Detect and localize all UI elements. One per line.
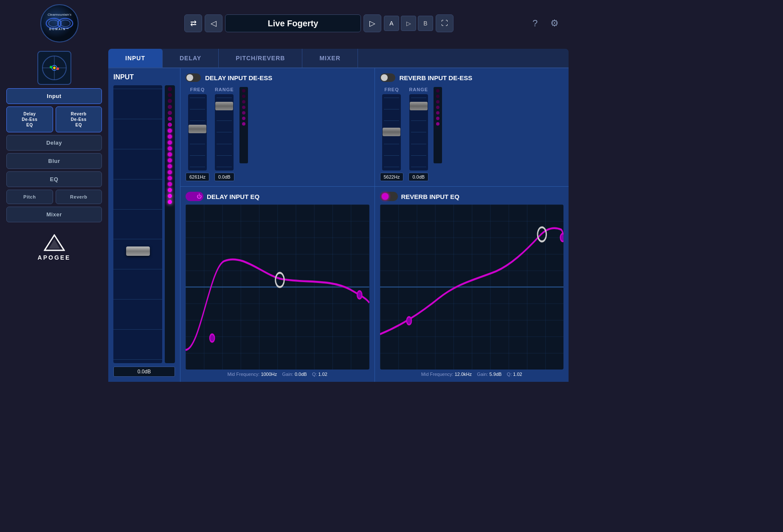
tab-input[interactable]: INPUT <box>108 49 163 67</box>
delay-deess-title: DELAY INPUT DE-ESS <box>205 74 272 81</box>
input-meter <box>165 85 175 363</box>
reverb-deess-range-thumb[interactable] <box>410 102 428 110</box>
preset-name: Live Fogerty <box>225 14 361 32</box>
meter-dot-14 <box>168 164 172 168</box>
fullscreen-button[interactable]: ⛶ <box>436 14 453 32</box>
svg-point-24 <box>406 317 411 325</box>
meter-dot-16 <box>168 176 172 180</box>
meter-dot-8 <box>168 129 172 133</box>
svg-point-13 <box>53 67 56 69</box>
reverb-deess-freq-label: FREQ <box>384 87 399 92</box>
next-button[interactable]: ▷ <box>363 14 381 32</box>
meter-dot-20 <box>168 200 172 204</box>
sidebar-item-blur[interactable]: Blur <box>6 153 102 169</box>
sidebar-item-pitch[interactable]: Pitch <box>6 190 53 204</box>
svg-point-26 <box>560 234 563 242</box>
pitch-reverb-row: Pitch Reverb <box>6 190 102 204</box>
reverb-deess-toggle[interactable] <box>380 73 395 82</box>
delay-eq-mid-freq-label: Mid Frequency: <box>228 372 260 377</box>
delay-eq-svg <box>186 204 369 370</box>
crosshair-widget[interactable] <box>37 51 71 85</box>
input-fader-track[interactable] <box>113 85 162 363</box>
svg-text:DOMAIN™: DOMAIN™ <box>49 28 70 31</box>
sidebar-item-mixer[interactable]: Mixer <box>6 207 102 222</box>
delay-eq-gain-value: 0.0dB <box>295 372 307 377</box>
meter-dot-5 <box>168 111 172 115</box>
tab-pitch-reverb[interactable]: PITCH/REVERB <box>219 49 302 67</box>
meter-dot-3 <box>168 99 172 103</box>
reverb-deess-range-value: 0.0dB <box>408 173 428 181</box>
delay-deess-freq-thumb[interactable] <box>189 125 206 133</box>
delay-eq-q-label: Q: <box>312 372 317 377</box>
delay-column: DELAY INPUT DE-ESS FREQ <box>180 68 375 382</box>
b-button[interactable]: B <box>418 16 433 31</box>
delay-eq-toggle[interactable]: ⏻ <box>186 192 203 201</box>
reverb-column: REVERB INPUT DE-ESS FREQ <box>375 68 569 382</box>
sidebar-item-eq[interactable]: EQ <box>6 171 102 187</box>
reverb-deess-range-fader[interactable] <box>409 94 428 171</box>
meter-dot-15 <box>168 170 172 174</box>
apogee-brand: APOGEE <box>38 254 71 261</box>
delay-eq-info: Mid Frequency: 1000Hz Gain: 0.0dB Q: 1.0… <box>186 370 369 377</box>
delay-eq-gain-label: Gain: <box>282 372 293 377</box>
reverb-eq-svg <box>380 204 564 370</box>
help-button[interactable]: ? <box>527 16 543 31</box>
reverb-deess-controls: FREQ <box>380 87 564 181</box>
sidebar-item-delay[interactable]: Delay <box>6 135 102 151</box>
delay-deess-range-label: RANGE <box>215 87 234 92</box>
prev-button[interactable]: ◁ <box>205 14 223 32</box>
reverb-deess-freq-thumb[interactable] <box>383 128 400 136</box>
tab-delay[interactable]: DELAY <box>163 49 219 67</box>
delay-deess-freq-group: FREQ <box>186 87 209 181</box>
meter-dot-11 <box>168 146 172 151</box>
tab-mixer[interactable]: MIXER <box>302 49 358 67</box>
sidebar-item-reverb-deess-eq[interactable]: ReverbDe-EssEQ <box>56 106 102 132</box>
delay-deess-freq-fader[interactable] <box>188 94 207 171</box>
plugin-area: INPUT DELAY PITCH/REVERB MIXER INPUT <box>108 49 569 382</box>
reverb-deess-range-group: RANGE <box>408 87 428 181</box>
top-bar: Clearmountain's DOMAIN™ ⇄ ◁ Live Fogerty… <box>0 0 571 47</box>
meter-dot-17 <box>168 182 172 186</box>
reverb-eq-toggle[interactable] <box>380 192 398 201</box>
delay-eq-graph[interactable] <box>186 204 369 370</box>
shuffle-button[interactable]: ⇄ <box>184 14 202 32</box>
sidebar-item-input[interactable]: Input <box>6 88 102 104</box>
delay-deess-freq-value: 6261Hz <box>186 173 209 181</box>
delay-deess-toggle[interactable] <box>186 73 201 82</box>
sidebar-item-reverb[interactable]: Reverb <box>56 190 102 204</box>
nav-buttons: Input DelayDe-EssEQ ReverbDe-EssEQ Delay… <box>6 88 102 222</box>
input-title: INPUT <box>113 73 134 81</box>
input-fader-thumb[interactable] <box>126 246 150 256</box>
svg-point-14 <box>56 67 59 70</box>
delay-deess-freq-label: FREQ <box>190 87 205 92</box>
a-button[interactable]: A <box>384 16 399 31</box>
meter-dot-4 <box>168 105 172 109</box>
reverb-eq-graph[interactable] <box>380 204 564 370</box>
reverb-eq-mid-freq-value: 12.0kHz <box>455 372 472 377</box>
delay-deess-range-thumb[interactable] <box>215 102 233 110</box>
sidebar-item-delay-deess-eq[interactable]: DelayDe-EssEQ <box>6 106 53 132</box>
reverb-deess-range-label: RANGE <box>409 87 428 92</box>
delay-eq-q-value: 1.02 <box>318 372 327 377</box>
meter-dot-1 <box>168 87 172 91</box>
reverb-eq-q-value: 1.02 <box>513 372 522 377</box>
settings-button[interactable]: ⚙ <box>547 16 562 31</box>
reverb-deess-meter <box>434 87 442 163</box>
reverb-eq-q-label: Q: <box>507 372 512 377</box>
play-ab-button[interactable]: ▷ <box>401 16 416 31</box>
next-icon: ▷ <box>369 19 375 28</box>
svg-point-21 <box>357 291 362 299</box>
reverb-eq-mid-freq-label: Mid Frequency: <box>421 372 453 377</box>
reverb-deess-header: REVERB INPUT DE-ESS <box>380 73 564 82</box>
deess-eq-row: DelayDe-EssEQ ReverbDe-EssEQ <box>6 106 102 132</box>
reverb-deess-freq-fader[interactable] <box>382 94 401 171</box>
svg-point-12 <box>50 66 52 68</box>
input-section: INPUT <box>108 68 180 382</box>
reverb-deess-freq-group: FREQ <box>380 87 404 181</box>
delay-deess-range-fader[interactable] <box>215 94 234 171</box>
meter-dot-9 <box>168 134 172 139</box>
ab-area: A ▷ B <box>384 16 433 31</box>
delay-deess-controls: FREQ <box>186 87 369 181</box>
apogee-logo: APOGEE <box>38 234 71 261</box>
delay-eq-power-icon: ⏻ <box>197 193 202 199</box>
